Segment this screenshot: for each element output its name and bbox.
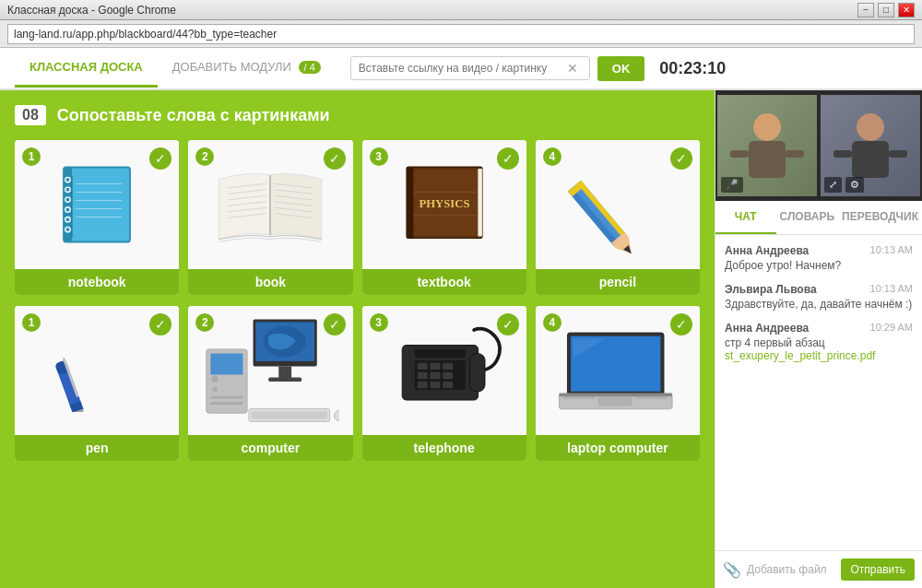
tab-blackboard[interactable]: КЛАССНАЯ ДОСКА (15, 49, 158, 88)
svg-rect-81 (635, 396, 668, 399)
close-button[interactable]: ✕ (898, 3, 915, 18)
card-check-laptop: ✓ (670, 313, 692, 335)
svg-rect-0 (64, 168, 130, 242)
chat-input-area: 📎 Добавить файл Отправить (715, 550, 922, 588)
svg-rect-32 (407, 167, 413, 238)
svg-rect-89 (833, 150, 852, 158)
svg-point-54 (212, 376, 219, 382)
chat-link-2[interactable]: st_exupery_le_petit_prince.pdf (725, 349, 875, 362)
card-label-textbook: textbook (362, 269, 526, 295)
text-2: стр 4 первый абзац (725, 336, 913, 349)
nav-search[interactable]: ✕ (350, 56, 590, 80)
card-number-laptop: 4 (543, 313, 561, 332)
task-number: 08 (15, 105, 46, 125)
attach-icon[interactable]: 📎 (723, 561, 741, 579)
card-number-1: 1 (22, 147, 41, 166)
mic-button[interactable]: 🎤 (721, 177, 743, 193)
svg-rect-71 (430, 382, 440, 388)
svg-rect-74 (469, 354, 485, 392)
settings-video-button[interactable]: ⚙ (845, 177, 864, 193)
card-computer[interactable]: 2 ✓ (188, 306, 352, 461)
card-laptop[interactable]: 4 ✓ (536, 306, 700, 461)
video-area: 🎤 ⤢ ⚙ (715, 90, 922, 201)
sender-1: Эльвира Львова (725, 283, 817, 296)
svg-rect-68 (430, 372, 440, 379)
address-input[interactable] (7, 24, 915, 44)
ok-button[interactable]: OK (597, 56, 645, 81)
send-button[interactable]: Отправить (841, 559, 915, 581)
sender-0: Анна Андреева (725, 244, 809, 257)
card-textbook[interactable]: 3 ✓ PHYSICS (362, 140, 526, 295)
svg-rect-82 (559, 394, 672, 397)
time-0: 10:13 AM (870, 244, 913, 257)
window-controls: − □ ✕ (857, 3, 915, 18)
card-telephone[interactable]: 3 ✓ (362, 306, 526, 461)
video-controls-2: ⤢ ⚙ (824, 177, 864, 193)
svg-rect-1 (64, 168, 72, 242)
svg-rect-56 (211, 396, 243, 399)
card-label-laptop: laptop computer (536, 435, 700, 461)
card-pencil[interactable]: 4 ✓ (536, 140, 700, 295)
modules-badge: / 4 (299, 61, 321, 74)
chat-message-1: Эльвира Львова 10:13 AM Здравствуйте, да… (725, 283, 913, 311)
card-check-3: ✓ (497, 147, 519, 170)
card-number-telephone: 3 (370, 313, 388, 332)
search-clear-icon[interactable]: ✕ (567, 61, 578, 76)
svg-rect-57 (211, 402, 243, 405)
card-label-pen: pen (15, 435, 179, 461)
svg-rect-51 (269, 377, 302, 382)
card-label-notebook: notebook (15, 269, 179, 295)
chat-messages[interactable]: Анна Андреева 10:13 AM Доброе утро! Начн… (715, 235, 922, 550)
task-header: 08 Сопоставьте слова с картинками (15, 105, 700, 125)
sender-2: Анна Андреева (725, 322, 809, 335)
text-0: Доброе утро! Начнем? (725, 259, 913, 272)
maximize-button[interactable]: □ (878, 3, 894, 18)
card-check-telephone: ✓ (497, 313, 519, 335)
svg-rect-64 (417, 363, 427, 370)
task-title: Сопоставьте слова с картинками (57, 106, 330, 125)
svg-point-87 (857, 113, 884, 141)
tab-chat[interactable]: ЧАТ (715, 201, 776, 234)
tab-dictionary[interactable]: СЛОВАРЬ (776, 201, 838, 234)
card-book[interactable]: 2 ✓ (188, 140, 352, 295)
tab-translator[interactable]: ПЕРЕВОДЧИК (838, 201, 922, 234)
cards-row-2: 1 ✓ (15, 306, 700, 461)
svg-rect-86 (786, 150, 804, 158)
card-number-3: 3 (370, 147, 388, 166)
expand-button[interactable]: ⤢ (824, 177, 842, 193)
time-1: 10:13 AM (870, 283, 913, 296)
svg-rect-84 (749, 141, 786, 178)
video-person-2: ⤢ ⚙ (821, 95, 920, 196)
card-label-book: book (188, 269, 352, 295)
card-label-computer: computer (188, 435, 352, 461)
svg-rect-73 (415, 349, 466, 358)
svg-rect-88 (852, 141, 889, 178)
svg-point-83 (753, 113, 781, 141)
card-number-4: 4 (543, 147, 561, 166)
svg-rect-69 (443, 372, 453, 379)
svg-text:PHYSICS: PHYSICS (419, 197, 469, 210)
svg-rect-33 (478, 169, 482, 237)
svg-rect-79 (598, 397, 632, 406)
card-notebook[interactable]: 1 ✓ (15, 140, 179, 295)
search-input[interactable] (359, 62, 567, 75)
svg-rect-59 (252, 411, 327, 418)
svg-rect-80 (563, 396, 596, 399)
svg-rect-65 (430, 363, 440, 370)
text-1: Здравствуйте, да, давайте начнём :) (725, 298, 913, 311)
tab-modules[interactable]: ДОБАВИТЬ МОДУЛИ / 4 (158, 49, 336, 88)
svg-rect-72 (443, 382, 453, 388)
nav-bar: КЛАССНАЯ ДОСКА ДОБАВИТЬ МОДУЛИ / 4 ✕ OK … (0, 48, 922, 90)
main-layout: 08 Сопоставьте слова с картинками 1 ✓ (0, 90, 922, 588)
card-label-telephone: telephone (362, 435, 526, 461)
svg-point-55 (213, 387, 219, 393)
time-2: 10:29 AM (870, 322, 913, 335)
card-label-pencil: pencil (536, 269, 700, 295)
blackboard[interactable]: 08 Сопоставьте слова с картинками 1 ✓ (0, 90, 715, 588)
window-title: Классная доска - Google Chrome (7, 4, 857, 17)
svg-rect-85 (730, 150, 749, 158)
attach-label: Добавить файл (747, 563, 835, 576)
minimize-button[interactable]: − (857, 3, 874, 18)
svg-rect-67 (417, 372, 427, 379)
card-pen[interactable]: 1 ✓ (15, 306, 179, 461)
